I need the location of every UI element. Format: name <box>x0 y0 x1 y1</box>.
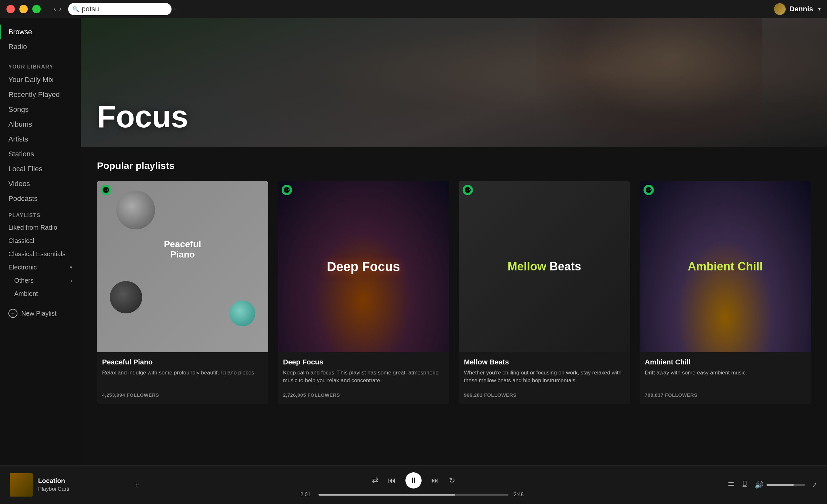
volume-button[interactable]: 🔊 <box>755 481 763 489</box>
queue-button[interactable] <box>728 481 735 490</box>
forward-arrow-button[interactable]: › <box>59 5 61 13</box>
search-icon: 🔍 <box>73 6 79 12</box>
username-label: Dennis <box>789 5 813 13</box>
playlist-cover-peaceful-piano: Peaceful Piano <box>97 181 268 352</box>
sidebar: Browse Radio YOUR LIBRARY Your Daily Mix… <box>0 18 81 465</box>
search-bar[interactable]: 🔍 ✕ <box>68 3 172 15</box>
user-dropdown-arrow-icon: ▾ <box>818 6 821 12</box>
playlist-card-mellow-beats[interactable]: Mellow Beats Mellow Beats Whether you're… <box>459 181 630 404</box>
close-button[interactable] <box>6 5 15 13</box>
sidebar-item-albums[interactable]: Albums <box>0 117 81 132</box>
videos-label: Videos <box>8 180 30 188</box>
cover-art-mellow-beats: Mellow Beats <box>459 181 630 352</box>
sidebar-item-podcasts[interactable]: Podcasts <box>0 191 81 206</box>
electronic-dropdown-arrow-icon: ▾ <box>70 264 72 270</box>
progress-bar[interactable] <box>319 494 508 496</box>
sidebar-item-classical[interactable]: Classical <box>0 234 81 248</box>
recently-played-label: Recently Played <box>8 91 60 99</box>
content-area: Focus Popular playlists <box>81 18 827 465</box>
user-area[interactable]: Dennis ▾ <box>774 3 821 15</box>
playlist-name-mellow-beats: Mellow Beats <box>464 358 625 366</box>
sidebar-item-radio[interactable]: Radio <box>0 39 81 54</box>
sidebar-item-recently-played[interactable]: Recently Played <box>0 87 81 102</box>
shuffle-button[interactable]: ⇄ <box>372 476 378 485</box>
sidebar-item-ambient[interactable]: Ambient <box>0 287 81 300</box>
mellow-beats-text: Mellow Beats <box>507 260 581 273</box>
playlist-info-peaceful-piano: Peaceful Piano Relax and indulge with so… <box>97 352 268 404</box>
new-playlist-label: New Playlist <box>21 310 56 317</box>
songs-label: Songs <box>8 105 29 114</box>
sidebar-item-stations[interactable]: Stations <box>0 147 81 161</box>
add-to-library-button[interactable]: + <box>135 481 139 489</box>
current-time: 2:01 <box>300 492 313 498</box>
playlist-followers-peaceful-piano: 4,253,994 FOLLOWERS <box>102 392 263 398</box>
now-playing: Location Playboi Carti + <box>10 473 139 497</box>
artists-label: Artists <box>8 135 28 143</box>
repeat-button[interactable]: ↻ <box>449 476 455 485</box>
fullscreen-button[interactable]: ⤢ <box>812 481 817 489</box>
playlist-cover-ambient-chill: Ambient Chill <box>640 181 811 352</box>
playlist-desc-ambient-chill: Drift away with some easy ambient music. <box>645 369 806 388</box>
playlists-section-title: Popular playlists <box>97 160 811 171</box>
playlist-card-ambient-chill[interactable]: Ambient Chill Ambient Chill Drift away w… <box>640 181 811 404</box>
minimize-button[interactable] <box>19 5 28 13</box>
player-bar: Location Playboi Carti + ⇄ ⏮ ⏸ ⏭ ↻ 2:01 … <box>0 465 827 504</box>
nav-section: Browse Radio <box>0 18 81 57</box>
podcasts-label: Podcasts <box>8 195 38 203</box>
deep-focus-text: Deep Focus <box>327 259 400 274</box>
classical-label: Classical <box>8 237 34 245</box>
spotify-logo-deep-focus <box>282 185 292 195</box>
devices-button[interactable] <box>741 481 748 490</box>
now-playing-title: Location <box>38 477 126 485</box>
now-playing-artist: Playboi Carti <box>38 486 126 492</box>
spotify-logo-peaceful-piano <box>101 185 111 195</box>
radio-label: Radio <box>8 43 27 51</box>
playlist-info-ambient-chill: Ambient Chill Drift away with some easy … <box>640 352 811 404</box>
maximize-button[interactable] <box>32 5 41 13</box>
cover-art-ambient-chill: Ambient Chill <box>640 181 811 352</box>
back-arrow-button[interactable]: ‹ <box>54 5 56 13</box>
playlist-desc-peaceful-piano: Relax and indulge with some profoundly b… <box>102 369 263 388</box>
sidebar-item-your-daily-mix[interactable]: Your Daily Mix <box>0 72 81 87</box>
hero-section: Focus <box>81 18 827 147</box>
playlist-name-deep-focus: Deep Focus <box>283 358 444 366</box>
sidebar-item-local-files[interactable]: Local Files <box>0 161 81 177</box>
electronic-label: Electronic <box>8 264 37 271</box>
ambient-label: Ambient <box>14 290 38 298</box>
player-right-controls: 🔊 ⤢ <box>688 481 817 490</box>
sidebar-item-electronic[interactable]: Electronic ▾ <box>0 261 81 274</box>
search-clear-icon[interactable]: ✕ <box>173 6 177 12</box>
playlist-followers-ambient-chill: 700,837 FOLLOWERS <box>645 392 806 398</box>
sidebar-item-songs[interactable]: Songs <box>0 102 81 117</box>
browse-label: Browse <box>8 28 32 36</box>
progress-bar-fill <box>319 494 455 496</box>
previous-button[interactable]: ⏮ <box>388 476 396 485</box>
playlist-card-peaceful-piano[interactable]: Peaceful Piano Peaceful Piano Relax and … <box>97 181 268 404</box>
sidebar-item-videos[interactable]: Videos <box>0 177 81 191</box>
cover-art-peaceful-piano: Peaceful Piano <box>97 181 268 352</box>
volume-slider[interactable] <box>767 484 806 486</box>
ambient-chill-text: Ambient Chill <box>688 260 763 273</box>
liked-from-radio-label: Liked from Radio <box>8 224 57 231</box>
spotify-logo-ambient-chill <box>643 185 654 195</box>
pause-button[interactable]: ⏸ <box>405 472 422 489</box>
sidebar-item-liked-from-radio[interactable]: Liked from Radio <box>0 221 81 234</box>
cover-art-deep-focus: Deep Focus <box>278 181 449 352</box>
playlist-card-deep-focus[interactable]: Deep Focus Deep Focus Keep calm and focu… <box>278 181 449 404</box>
albums-label: Albums <box>8 120 32 129</box>
sidebar-item-classical-essentials[interactable]: Classical Essentials <box>0 248 81 261</box>
playlists-section: Popular playlists Peaceful <box>81 147 827 423</box>
sidebar-item-artists[interactable]: Artists <box>0 132 81 147</box>
playlist-followers-deep-focus: 2,726,005 FOLLOWERS <box>283 392 444 398</box>
main-layout: Browse Radio YOUR LIBRARY Your Daily Mix… <box>0 18 827 465</box>
playlist-desc-deep-focus: Keep calm and focus. This playlist has s… <box>283 369 444 388</box>
plus-icon: + <box>8 309 17 318</box>
search-input[interactable] <box>82 5 171 13</box>
new-playlist-button[interactable]: + New Playlist <box>0 304 81 323</box>
sidebar-item-browse[interactable]: Browse <box>0 24 81 39</box>
playlist-info-deep-focus: Deep Focus Keep calm and focus. This pla… <box>278 352 449 404</box>
sidebar-item-others[interactable]: Others › <box>0 274 81 287</box>
avatar <box>774 3 786 15</box>
nav-arrows: ‹ › <box>54 5 62 13</box>
next-button[interactable]: ⏭ <box>431 476 439 485</box>
